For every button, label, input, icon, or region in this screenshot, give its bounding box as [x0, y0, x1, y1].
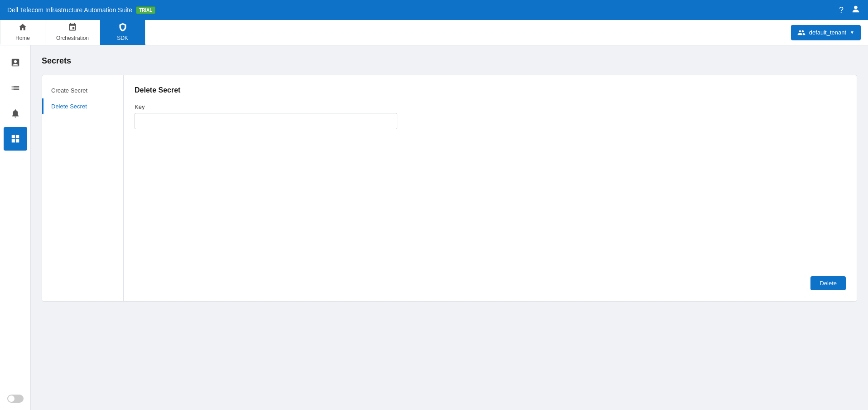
tenant-label: default_tenant: [809, 29, 846, 36]
main-content: Secrets Create Secret Delete Secret Dele…: [31, 45, 868, 410]
sidebar-item-tasks[interactable]: [4, 51, 27, 74]
navbar-right: default_tenant ▼: [791, 25, 868, 40]
sidebar-item-grid[interactable]: [4, 127, 27, 151]
sidebar-bottom: [7, 395, 24, 410]
sidebar-top: [0, 51, 30, 151]
sidebar-item-alerts[interactable]: [4, 102, 27, 125]
sidebar-item-list[interactable]: [4, 76, 27, 100]
key-input[interactable]: [135, 113, 397, 129]
help-icon[interactable]: ?: [839, 5, 844, 15]
tenant-button[interactable]: default_tenant ▼: [791, 25, 861, 40]
form-group-key: Key: [135, 103, 846, 129]
svg-point-0: [854, 5, 857, 9]
sdk-icon: [118, 23, 127, 34]
header: Dell Telecom Infrastructure Automation S…: [0, 0, 868, 20]
chevron-down-icon: ▼: [850, 30, 854, 35]
page-title: Secrets: [42, 56, 857, 66]
tab-home[interactable]: Home: [0, 20, 45, 45]
nav-item-delete-secret[interactable]: Delete Secret: [42, 98, 123, 114]
header-left: Dell Telecom Infrastructure Automation S…: [7, 6, 155, 14]
content-nav: Create Secret Delete Secret: [42, 75, 124, 301]
form-section-title: Delete Secret: [135, 86, 846, 94]
user-icon[interactable]: [851, 4, 861, 16]
navbar-left: Home Orchestration SDK: [0, 20, 145, 45]
form-area: Delete Secret Key Delete: [124, 75, 857, 301]
navbar: Home Orchestration SDK default_tenant ▼: [0, 20, 868, 45]
tab-home-label: Home: [15, 35, 30, 41]
tab-sdk[interactable]: SDK: [100, 20, 145, 45]
header-right: ?: [839, 4, 861, 16]
tab-orchestration-label: Orchestration: [56, 35, 89, 41]
tab-sdk-label: SDK: [117, 35, 128, 41]
delete-button[interactable]: Delete: [810, 276, 846, 290]
home-icon: [18, 23, 27, 34]
nav-item-create-secret[interactable]: Create Secret: [42, 83, 123, 98]
orchestration-icon: [68, 23, 77, 34]
content-area: Create Secret Delete Secret Delete Secre…: [42, 75, 857, 302]
trial-badge: TRIAL: [136, 6, 155, 14]
tab-orchestration[interactable]: Orchestration: [45, 20, 100, 45]
app-title: Dell Telecom Infrastructure Automation S…: [7, 6, 132, 14]
key-label: Key: [135, 103, 846, 110]
sidebar: [0, 45, 31, 410]
theme-toggle[interactable]: [7, 395, 24, 403]
